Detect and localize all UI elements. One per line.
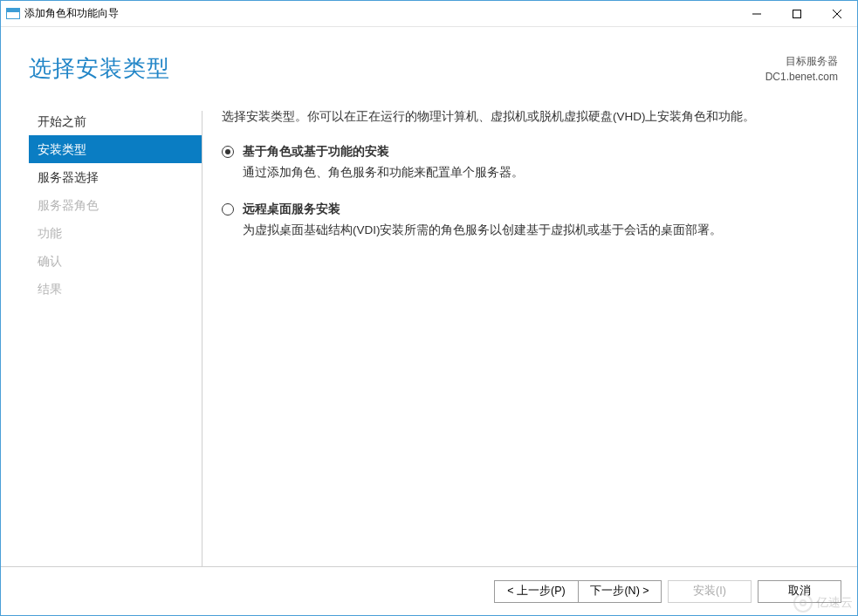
- option-remote-desktop[interactable]: 远程桌面服务安装 为虚拟桌面基础结构(VDI)安装所需的角色服务以创建基于虚拟机…: [222, 202, 833, 240]
- option-head: 基于角色或基于功能的安装: [222, 144, 833, 160]
- wizard-window: 添加角色和功能向导 选择安装类型 目标服务器 DC1.benet.com 开始之…: [0, 0, 858, 616]
- option-title: 远程桌面服务安装: [243, 202, 340, 217]
- separator: [202, 111, 202, 566]
- target-label: 目标服务器: [765, 53, 838, 69]
- option-desc: 通过添加角色、角色服务和功能来配置单个服务器。: [222, 163, 833, 182]
- cancel-button[interactable]: 取消: [758, 580, 841, 603]
- nav-install-type[interactable]: 安装类型: [29, 135, 202, 163]
- intro-text: 选择安装类型。你可以在正在运行的物理计算机、虚拟机或脱机虚拟硬盘(VHD)上安装…: [222, 107, 833, 127]
- nav-features: 功能: [29, 219, 202, 247]
- radio-icon[interactable]: [222, 203, 234, 216]
- install-button: 安装(I): [668, 580, 752, 603]
- titlebar: 添加角色和功能向导: [1, 1, 857, 27]
- nav-confirm: 确认: [29, 247, 202, 275]
- prev-button[interactable]: < 上一步(P): [494, 580, 578, 603]
- nav-server-select[interactable]: 服务器选择: [29, 163, 202, 191]
- window-controls: [737, 1, 857, 26]
- page-title: 选择安装类型: [29, 53, 170, 84]
- nav-button-pair: < 上一步(P) 下一步(N) >: [494, 580, 662, 603]
- close-button[interactable]: [817, 1, 857, 26]
- option-role-based[interactable]: 基于角色或基于功能的安装 通过添加角色、角色服务和功能来配置单个服务器。: [222, 144, 833, 182]
- header: 选择安装类型 目标服务器 DC1.benet.com: [1, 27, 857, 102]
- body: 选择安装类型 目标服务器 DC1.benet.com 开始之前 安装类型 服务器…: [1, 27, 857, 615]
- target-server-box: 目标服务器 DC1.benet.com: [765, 53, 838, 85]
- footer: < 上一步(P) 下一步(N) > 安装(I) 取消: [1, 566, 857, 615]
- maximize-button[interactable]: [777, 1, 817, 26]
- option-head: 远程桌面服务安装: [222, 202, 833, 217]
- nav-server-roles: 服务器角色: [29, 191, 202, 219]
- target-server: DC1.benet.com: [765, 69, 838, 85]
- option-title: 基于角色或基于功能的安装: [243, 144, 389, 160]
- svg-rect-1: [793, 10, 801, 17]
- nav-before-start[interactable]: 开始之前: [29, 107, 202, 135]
- next-button[interactable]: 下一步(N) >: [578, 580, 662, 603]
- main-panel: 选择安装类型。你可以在正在运行的物理计算机、虚拟机或脱机虚拟硬盘(VHD)上安装…: [218, 107, 857, 566]
- content: 开始之前 安装类型 服务器选择 服务器角色 功能 确认 结果 选择安装类型。你可…: [1, 102, 857, 566]
- nav-results: 结果: [29, 275, 202, 303]
- app-icon: [6, 8, 20, 19]
- radio-icon[interactable]: [222, 146, 234, 158]
- minimize-button[interactable]: [737, 1, 777, 26]
- option-desc: 为虚拟桌面基础结构(VDI)安装所需的角色服务以创建基于虚拟机或基于会话的桌面部…: [222, 221, 833, 240]
- window-title: 添加角色和功能向导: [24, 6, 737, 21]
- sidebar: 开始之前 安装类型 服务器选择 服务器角色 功能 确认 结果: [29, 107, 202, 566]
